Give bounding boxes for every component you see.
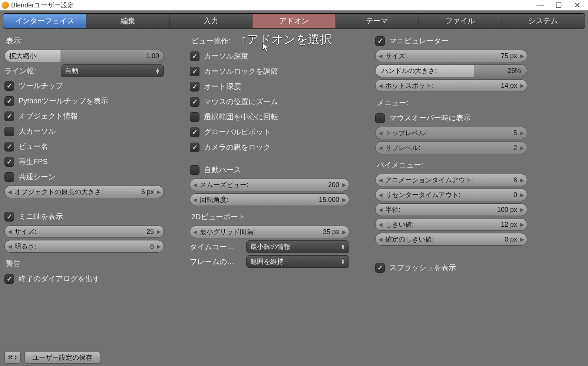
python-tooltip-checkbox[interactable]: [4, 96, 14, 106]
pie-threshold-field[interactable]: ◀ しきい値: 12 px ▶: [375, 218, 527, 231]
mini-axis-size-field[interactable]: ◀ サイズ: 25 ▶: [4, 225, 164, 238]
smooth-view-field[interactable]: ◀ スムーズビュー: 200 ▶: [190, 179, 349, 191]
tab-addons[interactable]: アドオン: [252, 14, 336, 28]
tab-input[interactable]: 入力: [169, 14, 252, 28]
piemenu-section-label: パイメニュー:: [375, 156, 527, 172]
cursor-depth-checkbox[interactable]: [190, 51, 199, 61]
pie-radius-field[interactable]: ◀ 半径: 100 px ▶: [375, 203, 527, 216]
minimize-button[interactable]: —: [531, 1, 549, 10]
toplevel-field[interactable]: ◀ トップレベル: 5 ▶: [375, 127, 527, 139]
tab-system[interactable]: システム: [502, 14, 585, 28]
ui-scale-label: 拡大縮小:: [7, 51, 40, 60]
viewport2d-section-label: 2Dビューポート: [190, 208, 349, 223]
ui-scale-field[interactable]: 拡大縮小: 1.00: [4, 50, 164, 62]
playback-fps-checkbox[interactable]: [4, 157, 14, 167]
frame-label: フレームの…: [190, 257, 242, 267]
column-viewmanip: ビュー操作: カーソル深度 カーソルロックを調節 オート深度 マウスの位置にズー…: [190, 32, 349, 285]
menu-section-label: メニュー:: [375, 94, 527, 109]
column-display: 表示: 拡大縮小: 1.00 ライン幅: 自動 ▲▼ ツールチップ Python…: [4, 32, 164, 285]
tab-file[interactable]: ファイル: [419, 14, 502, 28]
line-width-label: ライン幅:: [4, 66, 56, 76]
blender-logo-icon: [1, 1, 9, 9]
camera-parent-lock-checkbox[interactable]: [190, 143, 199, 152]
mini-axis-brightness-field[interactable]: ◀ 明るさ: 8 ▶: [4, 240, 164, 253]
pie-confirm-threshold-field[interactable]: ◀ 確定のしきい値: 0 px ▶: [375, 233, 527, 246]
rotation-angle-field[interactable]: ◀ 回転角度: 15.000 ▶: [190, 193, 349, 206]
column-manipulator: マニピュレーター ◀ サイズ: 75 px ▶ ハンドルの大きさ: 25% ◀ …: [375, 32, 527, 285]
global-scene-checkbox[interactable]: [4, 172, 14, 182]
chevron-left-icon: ◀: [7, 189, 12, 195]
ui-scale-value: 1.00: [144, 52, 161, 60]
rotate-around-selection-checkbox[interactable]: [190, 112, 199, 122]
pie-recenter-timeout-field[interactable]: ◀ リセンタータイムアウト: 0 ▶: [375, 189, 527, 201]
object-origin-size-field[interactable]: ◀ オブジェクトの原点の大きさ: 6 px ▶: [4, 186, 164, 198]
display-section-label: 表示:: [4, 32, 164, 47]
manipulator-hotspot-field[interactable]: ◀ ホットスポット: 14 px ▶: [375, 79, 527, 92]
auto-perspective-checkbox[interactable]: [190, 165, 199, 175]
tab-theme[interactable]: テーマ: [336, 14, 419, 28]
auto-depth-checkbox[interactable]: [190, 82, 199, 92]
close-button[interactable]: ✕: [568, 1, 587, 10]
manipulator-checkbox[interactable]: [375, 36, 385, 46]
bottom-bar: 🛠 ▲▼ ユーザー設定の保存: [0, 349, 588, 366]
chevron-right-icon: ▶: [156, 189, 161, 195]
save-user-settings-button[interactable]: ユーザー設定の保存: [24, 351, 100, 364]
quit-dialog-checkbox[interactable]: [4, 274, 14, 284]
window-titlebar: Blenderユーザー設定 — ☐ ✕: [0, 0, 588, 10]
warn-section-label: 警告: [4, 255, 164, 270]
cursor-lock-checkbox[interactable]: [190, 67, 199, 76]
prefs-tabs: インターフェイス 編集 入力 アドオン テーマ ファイル システム: [3, 13, 585, 29]
timecode-label: タイムコー…: [190, 242, 242, 252]
tab-edit[interactable]: 編集: [86, 14, 169, 28]
manipulator-size-field[interactable]: ◀ サイズ: 75 px ▶: [375, 50, 527, 62]
updown-icon: ▲▼: [14, 355, 17, 360]
tooltip-checkbox[interactable]: [4, 81, 14, 91]
global-pivot-checkbox[interactable]: [190, 127, 199, 137]
open-on-mouseover-checkbox[interactable]: [375, 113, 385, 123]
editor-type-button[interactable]: 🛠 ▲▼: [4, 351, 21, 364]
zoom-to-mouse-checkbox[interactable]: [190, 97, 199, 107]
updown-icon: ▲▼: [155, 68, 160, 74]
wrench-icon: 🛠: [8, 355, 13, 360]
large-cursor-checkbox[interactable]: [4, 127, 14, 136]
show-splash-checkbox[interactable]: [375, 263, 385, 273]
view-name-checkbox[interactable]: [4, 142, 14, 152]
sublevel-field[interactable]: ◀ サブレベル: 2 ▶: [375, 142, 527, 154]
window-title: Blenderユーザー設定: [11, 1, 74, 10]
frame-dropdown[interactable]: 範囲を維持 ▲▼: [246, 255, 349, 268]
maximize-button[interactable]: ☐: [549, 1, 568, 10]
manipulator-handle-field[interactable]: ハンドルの大きさ: 25%: [375, 64, 527, 77]
timecode-dropdown[interactable]: 最小限の情報 ▲▼: [246, 240, 349, 253]
line-width-dropdown[interactable]: 自動 ▲▼: [61, 64, 164, 77]
viewmanip-section-label: ビュー操作:: [190, 32, 349, 47]
tab-interface[interactable]: インターフェイス: [3, 14, 86, 28]
pie-animation-timeout-field[interactable]: ◀ アニメーションタイムアウト: 6 ▶: [375, 174, 527, 186]
min-grid-spacing-field[interactable]: ◀ 最小グリッド間隔: 35 px ▶: [190, 226, 349, 238]
mini-axis-checkbox[interactable]: [4, 212, 14, 222]
object-info-checkbox[interactable]: [4, 112, 14, 121]
